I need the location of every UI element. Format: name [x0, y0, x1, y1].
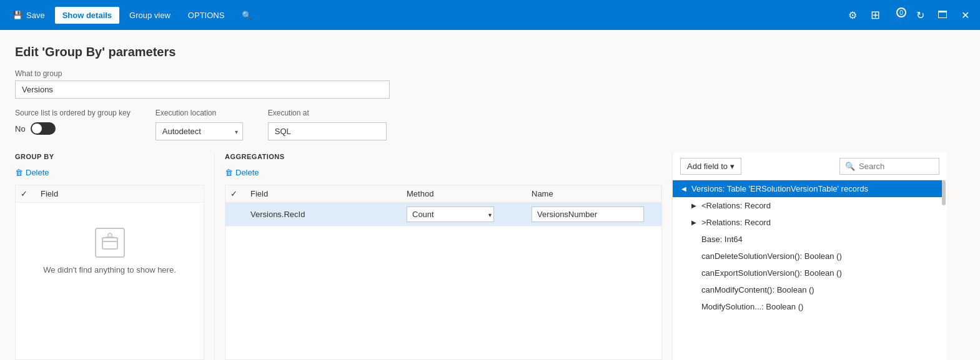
- search-box[interactable]: 🔍: [839, 158, 939, 175]
- empty-message: We didn't find anything to show here.: [43, 265, 176, 275]
- agg-row-name: [532, 207, 656, 222]
- group-view-button[interactable]: Group view: [122, 7, 178, 24]
- office-icon-button[interactable]: ⊞: [865, 5, 885, 25]
- close-icon: ✕: [961, 9, 969, 21]
- aggregation-row[interactable]: Versions.RecId Count Sum Avg Min Max ▾: [225, 203, 661, 226]
- user-icon-wrapper: 👤 0: [888, 5, 908, 25]
- group-by-delete-button[interactable]: 🗑 Delete: [15, 165, 204, 180]
- execution-location-group: Execution location Autodetect Client Ser…: [156, 109, 243, 140]
- scrollbar-track: [942, 180, 947, 360]
- delete-icon: 🗑: [15, 168, 23, 177]
- group-by-header-row: ✓ Field: [16, 185, 204, 203]
- titlebar-search-button[interactable]: 🔍: [234, 7, 259, 24]
- spacer-icon: [690, 270, 698, 277]
- save-icon: 💾: [12, 11, 22, 20]
- method-select-wrapper: Count Sum Avg Min Max ▾: [407, 207, 494, 222]
- execution-at-input[interactable]: [268, 122, 387, 140]
- options-row: Source list is ordered by group key No E…: [15, 109, 965, 140]
- tree-item-label: canDeleteSolutionVersion(): Boolean (): [701, 251, 842, 261]
- tree-item-can-export[interactable]: canExportSolutionVersion(): Boolean (): [673, 265, 942, 281]
- options-button[interactable]: OPTIONS: [181, 7, 232, 24]
- refresh-button[interactable]: ↻: [910, 5, 930, 25]
- aggregations-title: AGGREGATIONS: [225, 153, 662, 160]
- aggregations-table: ✓ Field Method Name Versions.RecId Count…: [225, 185, 662, 360]
- expand-right-icon: ▶: [690, 219, 698, 226]
- execution-location-select[interactable]: Autodetect Client Server: [156, 122, 243, 140]
- aggregations-column: AGGREGATIONS 🗑 Delete ✓ Field Method Nam…: [225, 153, 662, 360]
- what-to-group-field: What to group: [15, 69, 965, 99]
- method-select[interactable]: Count Sum Avg Min Max: [407, 207, 494, 222]
- spacer-icon: [690, 253, 698, 260]
- source-ordered-label: Source list is ordered by group key: [15, 109, 131, 117]
- agg-name-input[interactable]: [532, 207, 644, 222]
- empty-icon: [95, 228, 125, 258]
- search-input[interactable]: [859, 162, 934, 171]
- settings-icon-button[interactable]: ⚙: [843, 5, 863, 25]
- toggle-no-label: No: [15, 124, 26, 134]
- main-content: Edit 'Group By' parameters What to group…: [0, 30, 980, 360]
- search-icon: 🔍: [845, 162, 855, 171]
- group-by-field-header: Field: [41, 189, 199, 198]
- execution-location-label: Execution location: [156, 109, 243, 117]
- execution-at-group: Execution at: [268, 109, 387, 140]
- tree-item-versions-root[interactable]: ◀ Versions: Table 'ERSolutionVersionTabl…: [673, 180, 942, 197]
- agg-delete-icon: 🗑: [225, 168, 233, 177]
- tree-item-label: Versions: Table 'ERSolutionVersionTable'…: [691, 184, 868, 193]
- agg-row-method-wrapper: Count Sum Avg Min Max ▾: [407, 207, 532, 222]
- tree-item-can-delete[interactable]: canDeleteSolutionVersion(): Boolean (): [673, 248, 942, 265]
- tree-item-label: >Relations: Record: [701, 218, 771, 227]
- search-icon: 🔍: [242, 11, 252, 20]
- title-bar: 💾 Save Show details Group view OPTIONS 🔍…: [0, 0, 980, 30]
- restore-icon: 🗖: [938, 9, 948, 21]
- group-by-title: GROUP BY: [15, 153, 204, 160]
- agg-method-header: Method: [407, 189, 532, 198]
- svg-rect-0: [102, 238, 117, 249]
- agg-check-header: ✓: [230, 189, 250, 198]
- right-panel-content: ◀ Versions: Table 'ERSolutionVersionTabl…: [673, 180, 947, 360]
- group-by-check-header: ✓: [21, 189, 41, 198]
- what-to-group-label: What to group: [15, 69, 965, 78]
- right-panel-header: Add field to ▾ 🔍: [673, 153, 947, 180]
- group-by-empty-state: We didn't find anything to show here.: [16, 203, 204, 299]
- tree-item-label: ModifySolution...: Boolean (): [701, 302, 803, 311]
- add-field-button[interactable]: Add field to ▾: [680, 158, 741, 175]
- source-ordered-group: Source list is ordered by group key No: [15, 109, 131, 135]
- what-to-group-input[interactable]: [15, 80, 390, 99]
- show-details-button[interactable]: Show details: [55, 7, 119, 24]
- agg-field-header: Field: [250, 189, 407, 198]
- source-ordered-toggle[interactable]: [31, 122, 56, 135]
- scrollbar-thumb[interactable]: [942, 180, 946, 205]
- tree-item-label: canModifyContent(): Boolean (): [701, 285, 814, 294]
- spacer-icon: [690, 286, 698, 294]
- tree-item-relations-gt[interactable]: ▶ >Relations: Record: [673, 214, 942, 231]
- columns-area: GROUP BY 🗑 Delete ✓ Field: [15, 153, 965, 360]
- expand-right-icon: ▶: [690, 202, 698, 210]
- tree-item-relations-lt[interactable]: ▶ <Relations: Record: [673, 197, 942, 214]
- page-title: Edit 'Group By' parameters: [15, 45, 965, 59]
- tree-item-can-modify[interactable]: canModifyContent(): Boolean (): [673, 281, 942, 298]
- tree-item-base[interactable]: Base: Int64: [673, 231, 942, 248]
- spacer-icon: [690, 236, 698, 243]
- aggregations-header-row: ✓ Field Method Name: [225, 185, 661, 203]
- tree-item-label: canExportSolutionVersion(): Boolean (): [701, 268, 842, 278]
- restore-button[interactable]: 🗖: [933, 5, 953, 25]
- execution-location-select-wrapper: Autodetect Client Server ▾: [156, 122, 243, 140]
- agg-row-field: Versions.RecId: [250, 210, 407, 219]
- agg-name-header: Name: [532, 189, 656, 198]
- save-button[interactable]: 💾 Save: [5, 7, 52, 24]
- group-by-table: ✓ Field We didn't find anything to show: [15, 185, 204, 360]
- spacer-icon: [690, 303, 698, 311]
- tree-list: ◀ Versions: Table 'ERSolutionVersionTabl…: [673, 180, 942, 360]
- right-panel: Add field to ▾ 🔍 ◀ Versions: Table 'ERSo…: [672, 153, 947, 360]
- tree-item-modify-solution[interactable]: ModifySolution...: Boolean (): [673, 298, 942, 315]
- toggle-row: No: [15, 122, 131, 135]
- close-button[interactable]: ✕: [955, 5, 975, 25]
- office-icon: ⊞: [871, 8, 880, 22]
- add-field-chevron-icon: ▾: [730, 162, 735, 171]
- collapse-icon: ◀: [680, 185, 688, 193]
- group-by-column: GROUP BY 🗑 Delete ✓ Field: [15, 153, 215, 360]
- execution-at-label: Execution at: [268, 109, 387, 117]
- aggregations-delete-button[interactable]: 🗑 Delete: [225, 165, 662, 180]
- notification-badge: 0: [896, 7, 906, 17]
- tree-item-label: Base: Int64: [701, 235, 743, 244]
